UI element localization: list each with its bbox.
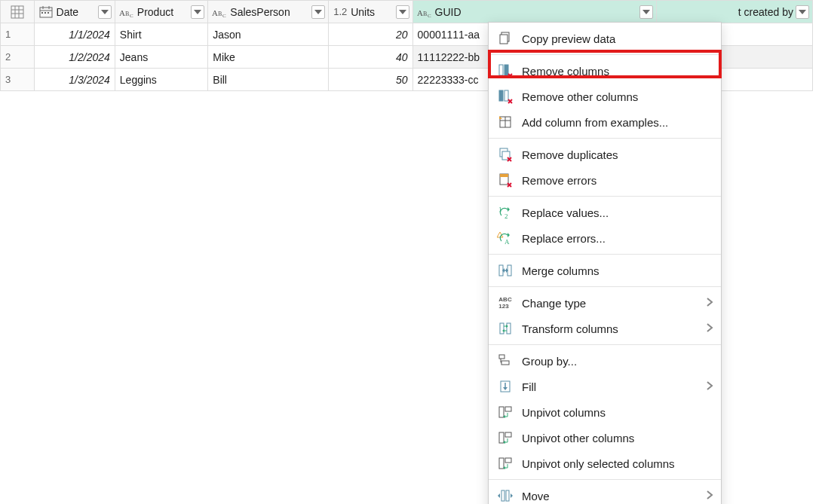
row-number: 3 xyxy=(1,69,35,91)
column-header-date[interactable]: Date xyxy=(34,1,115,23)
filter-button[interactable] xyxy=(396,5,409,19)
menu-remove-errors[interactable]: Remove errors xyxy=(489,167,721,193)
menu-replace-values[interactable]: 12 Replace values... xyxy=(489,200,721,225)
svg-rect-46 xyxy=(500,174,508,177)
column-header-salesperson[interactable]: ABC SalesPerson xyxy=(208,1,329,23)
menu-transform-columns[interactable]: Transform columns xyxy=(489,316,721,341)
transform-columns-icon xyxy=(496,319,514,338)
copy-icon xyxy=(496,29,514,47)
change-type-icon: ABC 123 xyxy=(496,294,514,312)
svg-rect-74 xyxy=(505,407,511,411)
column-label: Product xyxy=(137,6,189,18)
column-header-createdby[interactable]: t created by xyxy=(657,1,813,23)
menu-unpivot-columns[interactable]: Unpivot columns xyxy=(489,399,721,425)
filter-button[interactable] xyxy=(98,5,112,19)
svg-rect-77 xyxy=(505,432,511,437)
svg-rect-83 xyxy=(506,490,509,501)
svg-rect-34 xyxy=(504,90,508,101)
menu-replace-errors[interactable]: A Replace errors... xyxy=(489,225,721,251)
column-label: GUID xyxy=(435,6,638,18)
add-column-examples-icon xyxy=(496,113,514,131)
svg-text:A: A xyxy=(212,8,218,17)
menu-label: Remove columns xyxy=(522,65,609,78)
menu-group-by[interactable]: Group by... xyxy=(489,348,721,374)
text-type-icon: ABC xyxy=(416,5,433,19)
svg-rect-11 xyxy=(48,12,49,14)
remove-columns-icon xyxy=(496,62,514,80)
svg-text:C: C xyxy=(428,13,431,18)
menu-remove-other-columns[interactable]: Remove other columns xyxy=(489,84,721,109)
chevron-right-icon xyxy=(706,297,713,310)
cell-date[interactable]: 1/1/2024 xyxy=(34,23,115,46)
cell-salesperson[interactable]: Mike xyxy=(208,46,329,69)
svg-marker-16 xyxy=(194,10,201,14)
filter-button[interactable] xyxy=(191,5,204,19)
cell-units[interactable]: 50 xyxy=(329,69,412,91)
menu-separator xyxy=(489,254,721,255)
menu-separator xyxy=(489,344,721,345)
menu-add-column-from-examples[interactable]: Add column from examples... xyxy=(489,109,721,135)
row-number: 2 xyxy=(1,46,35,69)
menu-label: Unpivot columns xyxy=(522,406,606,419)
cell-product[interactable]: Shirt xyxy=(115,23,207,46)
menu-label: Replace errors... xyxy=(522,232,606,245)
cell-date[interactable]: 1/2/2024 xyxy=(34,46,115,69)
menu-separator xyxy=(489,479,721,480)
menu-change-type[interactable]: ABC 123 Change type xyxy=(489,290,721,316)
menu-copy-preview-data[interactable]: Copy preview data xyxy=(489,26,721,51)
chevron-right-icon xyxy=(706,322,713,335)
menu-separator xyxy=(489,54,721,55)
svg-rect-28 xyxy=(500,35,508,44)
menu-label: Unpivot other columns xyxy=(522,432,634,444)
filter-button[interactable] xyxy=(796,5,809,19)
table-corner[interactable] xyxy=(1,1,35,23)
column-header-product[interactable]: ABC Product xyxy=(115,1,207,23)
menu-label: Remove duplicates xyxy=(522,148,618,161)
svg-rect-82 xyxy=(501,490,504,501)
svg-rect-10 xyxy=(44,12,46,14)
menu-merge-columns[interactable]: Merge columns xyxy=(489,258,721,283)
remove-duplicates-icon xyxy=(496,145,514,163)
merge-columns-icon xyxy=(496,261,514,279)
date-type-icon xyxy=(38,5,54,19)
svg-marker-51 xyxy=(508,207,510,212)
svg-text:B: B xyxy=(423,11,427,17)
menu-move[interactable]: Move xyxy=(489,483,721,504)
svg-rect-9 xyxy=(41,12,43,14)
svg-text:B: B xyxy=(125,11,129,17)
svg-rect-30 xyxy=(504,65,508,75)
column-header-units[interactable]: 1.2 Units xyxy=(329,1,412,23)
column-label: Date xyxy=(57,6,96,18)
svg-text:2: 2 xyxy=(504,212,508,220)
cell-product[interactable]: Jeans xyxy=(115,46,207,69)
chevron-right-icon xyxy=(706,380,713,393)
filter-button[interactable] xyxy=(639,5,653,19)
cell-units[interactable]: 20 xyxy=(329,23,412,46)
cell-units[interactable]: 40 xyxy=(329,46,412,69)
column-header-guid[interactable]: ABC GUID xyxy=(412,1,657,23)
svg-rect-73 xyxy=(499,407,504,417)
cell-product[interactable]: Leggins xyxy=(115,69,207,91)
menu-separator xyxy=(489,196,721,197)
cell-date[interactable]: 1/3/2024 xyxy=(34,69,115,91)
svg-marker-72 xyxy=(503,387,508,390)
svg-marker-25 xyxy=(642,10,650,14)
menu-fill[interactable]: Fill xyxy=(489,374,721,399)
menu-remove-duplicates[interactable]: Remove duplicates xyxy=(489,142,721,167)
menu-unpivot-other-columns[interactable]: Unpivot other columns xyxy=(489,425,721,451)
menu-remove-columns[interactable]: Remove columns xyxy=(489,58,721,84)
cell-salesperson[interactable]: Jason xyxy=(208,23,329,46)
svg-rect-61 xyxy=(507,323,511,334)
remove-errors-icon xyxy=(496,171,514,189)
cell-salesperson[interactable]: Bill xyxy=(208,69,329,91)
svg-rect-67 xyxy=(501,361,509,365)
menu-separator xyxy=(489,286,721,287)
menu-unpivot-only-selected[interactable]: Unpivot only selected columns xyxy=(489,451,721,476)
context-menu: Copy preview data Remove columns Remove … xyxy=(488,22,722,504)
svg-marker-85 xyxy=(511,493,513,498)
filter-button[interactable] xyxy=(311,5,325,19)
row-number: 1 xyxy=(1,23,35,46)
svg-marker-54 xyxy=(508,233,510,237)
number-type-icon: 1.2 xyxy=(332,5,348,19)
svg-rect-60 xyxy=(500,323,504,334)
